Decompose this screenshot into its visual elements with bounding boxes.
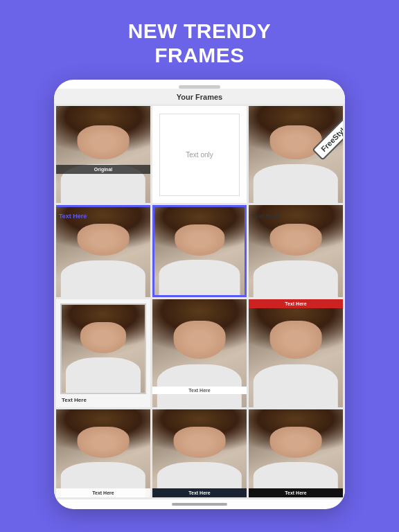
frame-cell-white-bottom[interactable]: Text Here (56, 409, 150, 497)
white-bottom-label: Text Here (56, 488, 150, 497)
frame-cell-text-top-dark[interactable]: Text Here (249, 205, 343, 297)
text-top-dark-label: Text Here (249, 213, 343, 220)
frame-cell-red-top[interactable]: Text Here (249, 299, 343, 407)
black-bottom-label: Text Here (249, 488, 343, 497)
photo-body-8 (157, 364, 242, 407)
frame-cell-original[interactable]: Original (56, 106, 150, 203)
frame-cell-white-banner[interactable]: Text Here (152, 299, 247, 407)
header: NEW TRENDY FRAMES (128, 0, 272, 80)
photo-face-4 (78, 224, 130, 256)
frame-cell-text-only[interactable]: Text only (152, 106, 247, 203)
frame-cell-selected[interactable] (152, 205, 247, 297)
text-only-label: Text only (186, 151, 213, 159)
photo-body-5 (159, 260, 240, 295)
photo-face-11 (174, 427, 226, 457)
photo-body-4 (61, 260, 145, 297)
text-top-blue-label: Text Here (56, 213, 150, 220)
dark-bottom-label: Text Here (152, 488, 247, 497)
photo-face-6 (270, 224, 322, 256)
header-title: NEW TRENDY FRAMES (128, 0, 272, 80)
photo-face-10 (78, 427, 130, 457)
device-home-bar (172, 503, 227, 506)
white-banner-label: Text Here (152, 387, 247, 394)
photo-body-6 (254, 260, 338, 297)
frame-cell-black-bottom[interactable]: Text Here (249, 409, 343, 497)
photo-face-12 (270, 427, 322, 457)
photo-face-9 (270, 321, 322, 359)
photo-face-5 (175, 224, 224, 255)
photo-face-1 (78, 125, 130, 159)
frame-cell-text-top-blue[interactable]: Text Here (56, 205, 150, 297)
text-below-label: Text Here (60, 397, 88, 403)
frame-cell-freestyle[interactable]: FreeStyle (249, 106, 343, 203)
frames-screen-title: Your Frames (54, 89, 345, 104)
photo-face-8 (174, 321, 226, 359)
photo-body-7 (66, 357, 141, 393)
device-frame: Your Frames Original Text only FreeStyle (54, 80, 345, 509)
frame-cell-border-text-below[interactable]: Text Here (56, 299, 150, 407)
photo-body-9 (254, 364, 338, 407)
frames-grid: Original Text only FreeStyle Text Here (54, 104, 345, 499)
photo-body-3 (254, 164, 338, 203)
text-only-card: Text only (159, 114, 240, 196)
frame-cell-dark-bottom[interactable]: Text Here (152, 409, 247, 497)
original-label: Original (56, 165, 150, 174)
photo-face-3 (270, 125, 322, 159)
red-top-label: Text Here (249, 299, 343, 308)
